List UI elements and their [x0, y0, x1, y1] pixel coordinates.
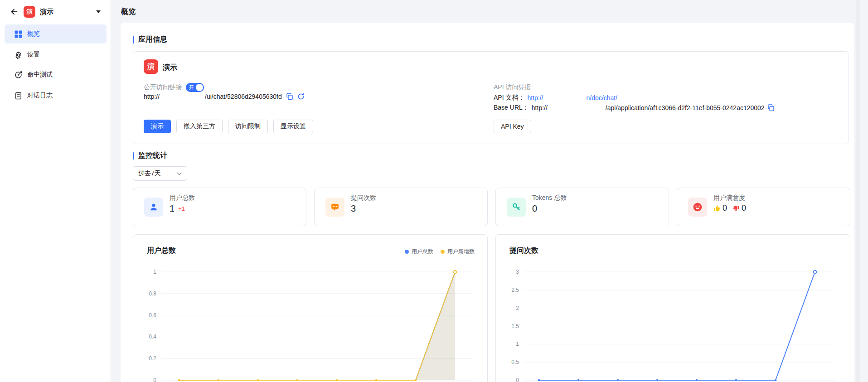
stat-value: 3	[351, 203, 356, 214]
stat-label: 用户总数	[170, 194, 195, 202]
app-avatar-large: 演	[144, 59, 158, 74]
svg-text:1: 1	[153, 269, 156, 275]
target-icon	[15, 71, 22, 79]
back-arrow-icon[interactable]	[9, 7, 19, 17]
section-title: 应用信息	[138, 35, 167, 44]
public-link-toggle[interactable]: 开	[186, 83, 204, 92]
svg-text:0.5: 0.5	[511, 359, 519, 365]
legend-label: 用户新增数	[447, 248, 475, 256]
sidebar-item-label: 命中测试	[27, 71, 53, 79]
stat-card-tokens: Tokens 总数 0	[495, 188, 669, 226]
chevron-down-icon[interactable]	[96, 10, 101, 13]
copy-icon[interactable]	[286, 93, 293, 100]
legend-dot-yellow	[441, 250, 445, 254]
section-header-monitor: 监控统计	[133, 151, 167, 160]
sidebar-item-overview[interactable]: 概览	[5, 24, 107, 44]
sidebar-item-chat-logs[interactable]: 对话日志	[5, 86, 107, 105]
url-prefix: http://	[144, 93, 160, 100]
svg-text:0.6: 0.6	[149, 312, 156, 319]
refresh-icon[interactable]	[297, 93, 305, 100]
svg-text:1: 1	[516, 341, 519, 347]
stat-card-satisfaction: 用户满意度 0 0	[677, 188, 850, 226]
app-switcher-title[interactable]: 演示	[40, 8, 53, 16]
stat-card-questions: 提问次数 3	[314, 188, 488, 226]
svg-text:2.5: 2.5	[511, 287, 519, 293]
sidebar-item-label: 概览	[27, 30, 40, 38]
api-doc-link-prefix[interactable]: http://	[527, 94, 543, 102]
svg-text:0: 0	[516, 377, 519, 382]
public-link-label: 公开访问链接	[144, 83, 182, 92]
user-icon	[144, 198, 163, 217]
stat-label: Tokens 总数	[532, 194, 567, 202]
url-path: /ui/chat/52806d29405630fd	[205, 93, 282, 100]
base-url-row: Base URL： http:// /api/application/af1c3…	[494, 104, 775, 112]
display-settings-button[interactable]: 显示设置	[273, 120, 313, 133]
svg-text:1.5: 1.5	[511, 323, 519, 329]
base-url-label: Base URL：	[494, 104, 529, 112]
thumb-up-icon	[713, 205, 721, 212]
chat-icon	[325, 198, 344, 217]
chart-title: 提问次数	[509, 246, 538, 256]
section-header-app-info: 应用信息	[133, 35, 167, 44]
sidebar-item-label: 对话日志	[27, 92, 53, 100]
app-overview-page: 演 演示 概览 设置 命中测试 对话日志	[0, 0, 868, 382]
api-key-button[interactable]: API Key	[494, 120, 531, 133]
api-credentials-label: API 访问凭据	[494, 83, 531, 92]
api-doc-row: API 文档： http:// n/doc/chat/	[494, 94, 617, 102]
app-action-buttons: 演示 嵌入第三方 访问限制 显示设置	[144, 120, 313, 133]
thumb-down-count: 0	[742, 203, 746, 213]
app-avatar: 演	[24, 6, 35, 18]
section-accent-bar	[133, 36, 134, 44]
thumb-up-count: 0	[723, 203, 727, 213]
stat-card-total-users: 用户总数 1 +1	[133, 188, 306, 226]
scrollbar[interactable]	[856, 0, 860, 382]
chevron-down-icon	[177, 172, 182, 175]
svg-text:0: 0	[153, 377, 156, 382]
toggle-knob	[196, 84, 203, 91]
base-url-prefix: http://	[532, 104, 548, 111]
key-icon	[507, 198, 526, 217]
api-doc-label: API 文档：	[494, 94, 524, 102]
sidebar-item-settings[interactable]: 设置	[5, 45, 107, 64]
thumb-down-icon	[732, 205, 740, 212]
chart-legend: 用户总数 用户新增数	[405, 248, 475, 256]
section-accent-bar	[133, 152, 134, 160]
api-doc-link[interactable]: n/doc/chat/	[587, 94, 618, 102]
stat-label: 提问次数	[351, 194, 376, 202]
copy-icon[interactable]	[767, 104, 775, 111]
access-restriction-button[interactable]: 访问限制	[228, 120, 268, 133]
svg-text:0.8: 0.8	[149, 290, 156, 297]
time-range-value: 过去7天	[138, 169, 161, 178]
doc-icon	[15, 92, 22, 100]
section-title: 监控统计	[138, 151, 167, 160]
svg-text:0.4: 0.4	[149, 334, 156, 340]
time-range-select[interactable]: 过去7天	[133, 166, 187, 181]
legend-dot-blue	[405, 250, 409, 254]
svg-text:0.2: 0.2	[149, 355, 156, 362]
sidebar-header: 演 演示	[0, 0, 111, 24]
demo-button[interactable]: 演示	[144, 120, 171, 133]
toggle-state-label: 开	[189, 84, 194, 91]
chart-title: 用户总数	[147, 246, 176, 256]
chart-card-total-users: 10.80.60.40.20 用户总数 用户总数 用户新增数	[133, 234, 488, 382]
app-name: 演示	[163, 63, 177, 73]
gear-icon	[15, 51, 22, 59]
stat-value: 1	[170, 203, 175, 214]
stat-label: 用户满意度	[713, 194, 745, 202]
smiley-icon	[688, 198, 707, 217]
svg-text:2: 2	[516, 305, 519, 311]
svg-text:3: 3	[516, 269, 519, 275]
questions-line-chart: 32.521.510.50	[496, 235, 850, 382]
page-title: 概览	[121, 7, 136, 17]
sidebar-item-label: 设置	[27, 51, 40, 59]
legend-label: 用户总数	[412, 248, 433, 256]
embed-third-party-button[interactable]: 嵌入第三方	[176, 120, 223, 133]
grid-icon	[15, 30, 22, 38]
sidebar-item-hit-test[interactable]: 命中测试	[5, 65, 107, 84]
sidebar: 演 演示 概览 设置 命中测试 对话日志	[0, 0, 111, 382]
users-line-chart: 10.80.60.40.20	[133, 235, 488, 382]
base-url-path: /api/application/af1c3066-d2f2-11ef-b055…	[606, 104, 765, 111]
chart-card-questions: 32.521.510.50 提问次数	[495, 234, 850, 382]
stat-value: 0	[532, 203, 537, 214]
public-url-row: http:// /ui/chat/52806d29405630fd	[144, 93, 305, 100]
